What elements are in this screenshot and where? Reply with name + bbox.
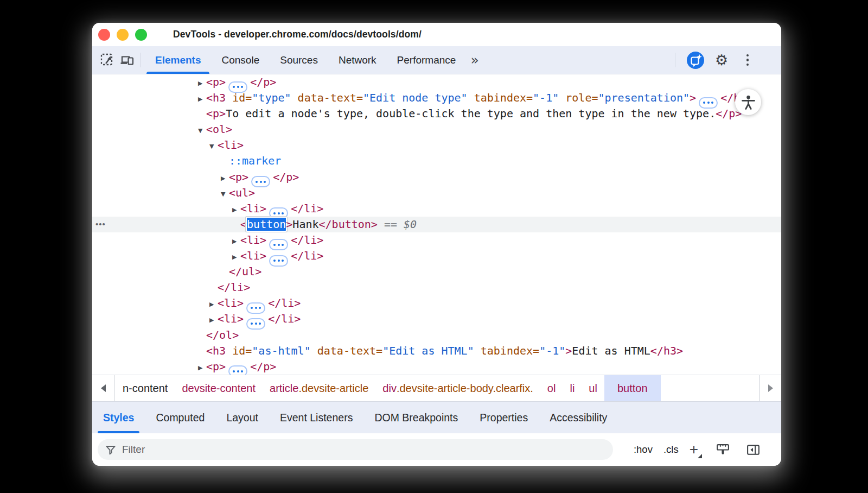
collapse-arrow-icon[interactable]: ▼ — [198, 123, 206, 138]
dom-tree-row[interactable]: ::marker — [92, 153, 781, 169]
code-token-tag: </h3> — [650, 344, 683, 357]
dom-tree-row-selected[interactable]: •••<button>Hank</button> == $0 — [92, 217, 781, 232]
code-token-text: Hank — [292, 218, 318, 231]
code-token-attr: tabindex= — [474, 344, 539, 357]
code-token-tag: </p> — [250, 360, 276, 373]
kebab-dots — [746, 54, 749, 66]
expand-arrow-icon[interactable]: ▶ — [209, 312, 218, 328]
breadcrumb-item-n-content[interactable]: n-content — [116, 375, 175, 401]
dom-tree-row[interactable]: </ul> — [92, 264, 781, 280]
maximize-button[interactable] — [135, 29, 147, 41]
code-token-text: To edit a node's type, double-click the … — [226, 107, 716, 120]
tab-network[interactable]: Network — [328, 46, 387, 74]
titlebar: DevTools - developer.chrome.com/docs/dev… — [92, 23, 781, 46]
collapse-arrow-icon[interactable]: ▼ — [221, 186, 229, 202]
toolbar-right-cluster: ⚙ — [671, 50, 757, 70]
code-token-tag: > — [286, 218, 292, 231]
close-button[interactable] — [98, 29, 110, 41]
dom-tree-panel[interactable]: ▶<p></p>▶<h3 id="type" data-text="Edit n… — [92, 74, 781, 375]
minimize-button[interactable] — [117, 29, 129, 41]
code-token-tag: <li> — [240, 202, 266, 215]
code-token-tag: <li> — [218, 312, 244, 325]
expand-arrow-icon[interactable]: ▶ — [232, 233, 240, 249]
dom-tree-row[interactable]: ▶<li></li> — [92, 295, 781, 311]
styles-filter-input[interactable]: Filter — [98, 439, 613, 460]
tab-computed[interactable]: Computed — [145, 402, 215, 433]
code-token-tag: </li> — [291, 249, 323, 262]
code-token-tag: <li> — [240, 249, 266, 262]
ai-assistance-icon[interactable] — [686, 50, 705, 70]
accessibility-cursor-icon — [735, 89, 761, 115]
expand-arrow-icon[interactable]: ▶ — [198, 360, 206, 375]
expand-arrow-icon[interactable]: ▶ — [198, 75, 206, 91]
code-token-tag: </button> — [319, 218, 378, 231]
dom-tree-row[interactable]: ▼<ul> — [92, 185, 781, 201]
hover-state-toggle[interactable]: :hov — [634, 444, 653, 456]
dom-tree-row[interactable]: ▶<li></li> — [92, 248, 781, 264]
dom-tree-row[interactable]: <h3 id="as-html" data-text="Edit as HTML… — [92, 343, 781, 359]
settings-gear-icon[interactable]: ⚙ — [712, 50, 731, 70]
breadcrumb-bar: n-contentdevsite-contentarticle.devsite-… — [92, 375, 781, 402]
ellipsis-expand-icon[interactable] — [228, 365, 247, 375]
expand-arrow-icon[interactable]: ▶ — [198, 91, 206, 107]
tab-properties[interactable]: Properties — [469, 402, 539, 433]
tab-sources[interactable]: Sources — [270, 46, 328, 74]
dom-tree-row[interactable]: ▶<p></p> — [92, 74, 781, 90]
dom-tree-row[interactable]: ▶<h3 id="type" data-text="Edit node type… — [92, 90, 781, 106]
code-token-tag: <p> — [206, 360, 226, 373]
breadcrumb-item-li[interactable]: li — [563, 375, 582, 401]
tab-styles[interactable]: Styles — [92, 402, 145, 433]
device-toolbar-icon[interactable] — [117, 50, 137, 70]
dom-tree-row[interactable]: <p>To edit a node's type, double-click t… — [92, 106, 781, 122]
dom-tree-row[interactable]: ▼<li> — [92, 137, 781, 153]
tab-layout[interactable]: Layout — [215, 402, 269, 433]
breadcrumb-item-div[interactable]: div.devsite-article-body.clearfix. — [375, 375, 540, 401]
panel-tabs: ElementsConsoleSourcesNetworkPerformance — [145, 46, 466, 74]
expand-arrow-icon[interactable]: ▶ — [232, 202, 240, 218]
more-tabs-icon[interactable]: » — [466, 52, 483, 68]
tab-dom-breakpoints[interactable]: DOM Breakpoints — [363, 402, 469, 433]
code-token-tag: > — [690, 91, 696, 104]
tab-event-listeners[interactable]: Event Listeners — [269, 402, 363, 433]
breadcrumb-scroll-left-button[interactable] — [92, 375, 114, 401]
class-toggle[interactable]: .cls — [663, 444, 679, 456]
breadcrumb-item-ul[interactable]: ul — [582, 375, 604, 401]
node-options-icon[interactable]: ••• — [95, 216, 106, 232]
breadcrumb-item-devsite-content[interactable]: devsite-content — [175, 375, 263, 401]
code-token-pseudo: ::marker — [229, 154, 281, 167]
traffic-lights — [98, 29, 147, 41]
inspect-icon[interactable] — [98, 50, 117, 70]
tab-performance[interactable]: Performance — [387, 46, 467, 74]
breadcrumb-item-button[interactable]: button — [604, 375, 661, 401]
breadcrumb-item-ol[interactable]: ol — [540, 375, 563, 401]
tag-name-edit-field[interactable]: button — [247, 218, 286, 231]
breadcrumb-tag: ol — [547, 382, 556, 395]
tab-accessibility[interactable]: Accessibility — [539, 402, 618, 433]
dom-tree-row[interactable]: ▶<li></li> — [92, 232, 781, 248]
expand-arrow-icon[interactable]: ▶ — [221, 170, 229, 186]
rendering-brush-icon[interactable] — [713, 440, 732, 459]
code-token-tag: < — [240, 218, 247, 231]
toggle-sidebar-icon[interactable] — [743, 440, 763, 459]
dom-tree-row[interactable]: ▶<p></p> — [92, 169, 781, 185]
kebab-menu-icon[interactable] — [738, 50, 757, 70]
dom-tree-row[interactable]: ▼<ol> — [92, 122, 781, 137]
breadcrumb-scroll-right-button[interactable] — [759, 375, 781, 401]
devtools-toolbar: ElementsConsoleSourcesNetworkPerformance… — [92, 46, 781, 74]
collapse-arrow-icon[interactable]: ▼ — [209, 138, 218, 154]
breadcrumb-class: .devsite-article-body.clearfix. — [397, 382, 533, 395]
tab-elements[interactable]: Elements — [145, 46, 211, 74]
code-token-tag: </p> — [250, 75, 276, 89]
dom-tree-row[interactable]: ▶<p></p> — [92, 359, 781, 375]
dom-tree-row[interactable]: ▶<li></li> — [92, 201, 781, 217]
filter-placeholder: Filter — [122, 444, 145, 456]
tab-console[interactable]: Console — [211, 46, 270, 74]
dom-tree-row[interactable]: </ol> — [92, 327, 781, 343]
expand-arrow-icon[interactable]: ▶ — [209, 296, 218, 312]
breadcrumb-class: .devsite-article — [298, 382, 368, 395]
dom-tree-row[interactable]: ▶<li></li> — [92, 311, 781, 327]
expand-arrow-icon[interactable]: ▶ — [232, 249, 240, 265]
breadcrumb-item-article[interactable]: article.devsite-article — [263, 375, 375, 401]
dom-tree-row[interactable]: </li> — [92, 280, 781, 295]
new-style-rule-button[interactable]: + — [690, 442, 702, 457]
